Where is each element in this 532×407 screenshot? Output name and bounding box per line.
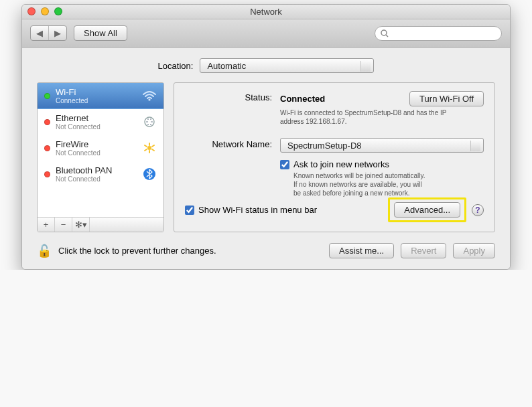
firewire-icon [142, 142, 158, 154]
menubar-checkbox-input[interactable] [185, 206, 194, 215]
advanced-button[interactable]: Advanced... [394, 202, 460, 218]
network-name-popup[interactable]: SpectrumSetup-D8 ▲▼ [280, 138, 484, 153]
apply-button[interactable]: Apply [453, 243, 495, 258]
chevron-updown-icon: ▲▼ [473, 141, 478, 151]
status-value: Connected [280, 94, 325, 104]
service-list: Wi-Fi Connected Ethernet Not Connected [38, 83, 163, 217]
lock-icon[interactable]: 🔓 [37, 244, 52, 258]
location-row: Location: Automatic ▲▼ [37, 58, 495, 73]
window-title: Network [250, 7, 282, 17]
sidebar-item-bluetooth[interactable]: Bluetooth PAN Not Connected [38, 161, 163, 187]
svg-line-7 [145, 145, 147, 147]
add-service-button[interactable]: + [38, 218, 55, 232]
ask-join-checkbox-input[interactable] [280, 160, 289, 169]
chevron-updown-icon: ▲▼ [363, 62, 369, 71]
status-dot-icon [44, 145, 50, 151]
svg-point-2 [148, 98, 150, 100]
status-description: Wi-Fi is connected to SpectrumSetup-D8 a… [280, 108, 468, 126]
status-dot-icon [44, 93, 50, 99]
service-actions-button[interactable]: ✻▾ [72, 218, 90, 232]
bluetooth-icon [142, 167, 158, 181]
show-all-button[interactable]: Show All [74, 25, 127, 41]
svg-line-10 [152, 149, 154, 151]
window-controls [27, 7, 62, 15]
sidebar-item-firewire[interactable]: FireWire Not Connected [38, 135, 163, 161]
svg-line-9 [145, 149, 147, 151]
close-icon[interactable] [27, 7, 36, 15]
ask-join-checkbox[interactable]: Ask to join new networks [280, 159, 484, 169]
search-input[interactable] [375, 26, 502, 41]
zoom-icon[interactable] [54, 7, 62, 15]
svg-point-4 [147, 146, 151, 150]
lock-text: Click the lock to prevent further change… [58, 246, 216, 256]
assist-me-button[interactable]: Assist me... [329, 243, 394, 258]
remove-service-button[interactable]: − [55, 218, 72, 232]
svg-line-8 [152, 145, 154, 147]
sidebar-item-wifi[interactable]: Wi-Fi Connected [38, 83, 163, 109]
svg-point-0 [381, 30, 387, 35]
network-name-label: Network Name: [185, 138, 272, 149]
help-button[interactable]: ? [472, 204, 484, 216]
status-dot-icon [44, 119, 50, 125]
main-panel: Status: Connected Turn Wi-Fi Off Wi-Fi i… [174, 82, 495, 232]
content: Location: Automatic ▲▼ Wi-Fi Connected [22, 48, 510, 269]
status-label: Status: [185, 91, 272, 102]
columns: Wi-Fi Connected Ethernet Not Connected [37, 82, 495, 232]
forward-icon[interactable]: ▶ [49, 26, 66, 40]
advanced-highlight: Advanced... [388, 197, 466, 222]
nav-back-forward[interactable]: ◀ ▶ [30, 25, 67, 41]
sidebar-item-ethernet[interactable]: Ethernet Not Connected [38, 109, 163, 135]
lock-row: 🔓 Click the lock to prevent further chan… [37, 243, 495, 258]
location-label: Location: [158, 61, 194, 71]
status-dot-icon [44, 171, 50, 177]
svg-line-1 [386, 35, 388, 37]
wifi-toggle-button[interactable]: Turn Wi-Fi Off [409, 91, 484, 106]
revert-button[interactable]: Revert [401, 243, 446, 258]
service-sidebar: Wi-Fi Connected Ethernet Not Connected [37, 82, 164, 232]
ethernet-icon [142, 116, 158, 128]
network-prefs-window: Network ◀ ▶ Show All Location: Automatic… [21, 4, 511, 270]
ask-join-description: Known networks will be joined automatica… [293, 171, 481, 197]
minimize-icon[interactable] [41, 7, 49, 15]
wifi-icon [142, 90, 158, 102]
sidebar-footer: + − ✻▾ [38, 217, 163, 232]
toolbar: ◀ ▶ Show All [22, 19, 510, 48]
menubar-status-checkbox[interactable]: Show Wi-Fi status in menu bar [185, 205, 317, 215]
titlebar: Network [22, 5, 510, 19]
location-popup[interactable]: Automatic ▲▼ [200, 58, 374, 73]
back-icon[interactable]: ◀ [31, 26, 49, 40]
search-icon [381, 29, 389, 37]
